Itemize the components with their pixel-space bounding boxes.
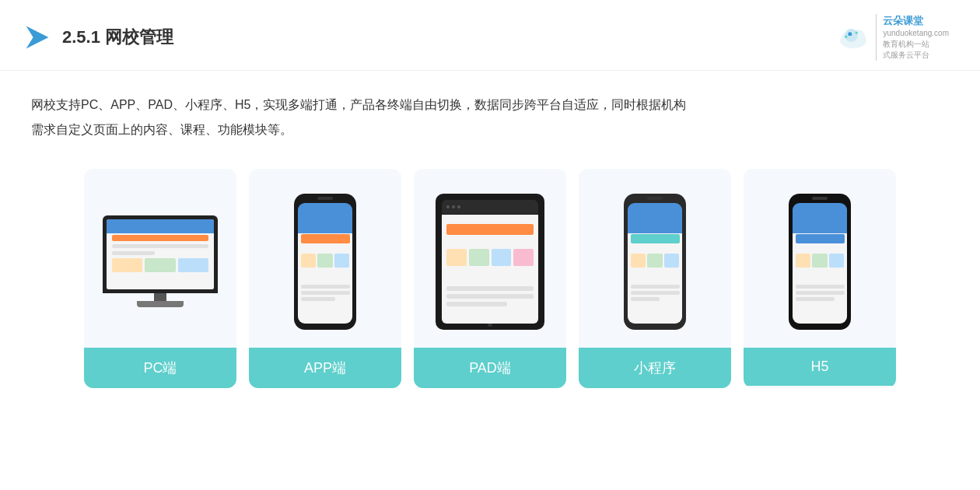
brand-slogan: 教育机构一站 式服务云平台 [883,39,949,61]
card-app-image [249,169,401,348]
device-mini-phone [624,194,686,330]
section-number: 2.5.1 [62,27,105,47]
description: 网校支持PC、APP、PAD、小程序、H5，实现多端打通，产品各终端自由切换，数… [0,71,980,150]
card-pad-image [414,169,566,348]
phone-mini-screen [628,203,682,324]
header-left: 2.5.1 网校管理 [23,23,173,51]
device-h5-phone [789,194,851,330]
description-line2: 需求自定义页面上的内容、课程、功能模块等。 [31,117,949,142]
card-pc: PC端 [84,169,236,388]
page-title: 2.5.1 网校管理 [62,26,173,49]
phone-screen [298,203,352,324]
card-pc-image [84,169,236,348]
pc-monitor [103,215,218,293]
device-pc [103,215,218,307]
card-pc-label: PC端 [84,348,236,388]
logo-arrow-icon [23,23,51,51]
card-app-label: APP端 [249,348,401,388]
svg-point-6 [856,32,858,34]
card-h5-label: H5 [744,348,896,386]
svg-point-5 [849,32,852,36]
page: 2.5.1 网校管理 云朵课堂 yunduoketang.com 教育机构一站 [0,0,980,490]
tablet-screen [442,200,538,324]
description-line1: 网校支持PC、APP、PAD、小程序、H5，实现多端打通，产品各终端自由切换，数… [31,93,949,117]
svg-marker-0 [26,26,49,49]
cards-container: PC端 [0,150,980,407]
card-mini: 小程序 [579,169,731,388]
card-mini-image [579,169,731,348]
svg-point-7 [845,36,848,38]
brand-name: 云朵课堂 [883,14,949,28]
brand-site: yunduoketang.com [883,28,949,39]
brand-text: 云朵课堂 yunduoketang.com 教育机构一站 式服务云平台 [876,14,949,61]
device-app-phone [294,194,356,330]
section-title: 网校管理 [105,27,173,47]
header: 2.5.1 网校管理 云朵课堂 yunduoketang.com 教育机构一站 [0,0,980,71]
pc-screen [107,219,214,289]
card-pad-label: PAD端 [414,348,566,388]
brand-icon [837,21,870,54]
card-app: APP端 [249,169,401,388]
brand-logo: 云朵课堂 yunduoketang.com 教育机构一站 式服务云平台 [837,14,949,61]
card-pad: PAD端 [414,169,566,388]
card-h5: H5 [744,169,896,388]
device-tablet [436,194,544,330]
card-mini-label: 小程序 [579,348,731,388]
card-h5-image [744,169,896,348]
phone-h5-screen [793,203,847,324]
